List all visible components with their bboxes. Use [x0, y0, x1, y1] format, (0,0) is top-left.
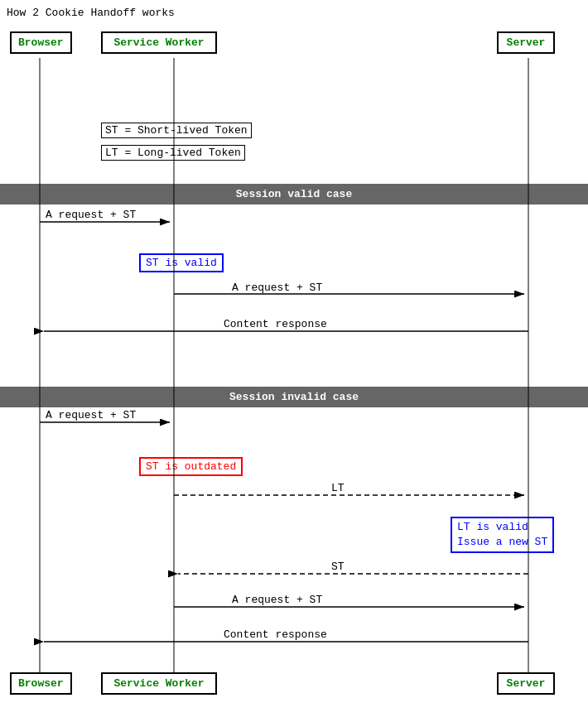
valid-request2-label: A request + ST	[232, 282, 322, 294]
valid-response-label: Content response	[224, 318, 327, 330]
sequence-diagram: How 2 Cookie Handoff works Browser Servi…	[0, 0, 588, 722]
arrows-svg	[0, 0, 588, 722]
valid-request1-label: A request + ST	[46, 209, 136, 221]
invalid-response-label: Content response	[224, 628, 327, 641]
invalid-st-label: ST	[331, 561, 345, 573]
invalid-request1-label: A request + ST	[46, 409, 136, 421]
invalid-request2-label: A request + ST	[232, 594, 322, 606]
invalid-lt-label: LT	[331, 482, 345, 494]
